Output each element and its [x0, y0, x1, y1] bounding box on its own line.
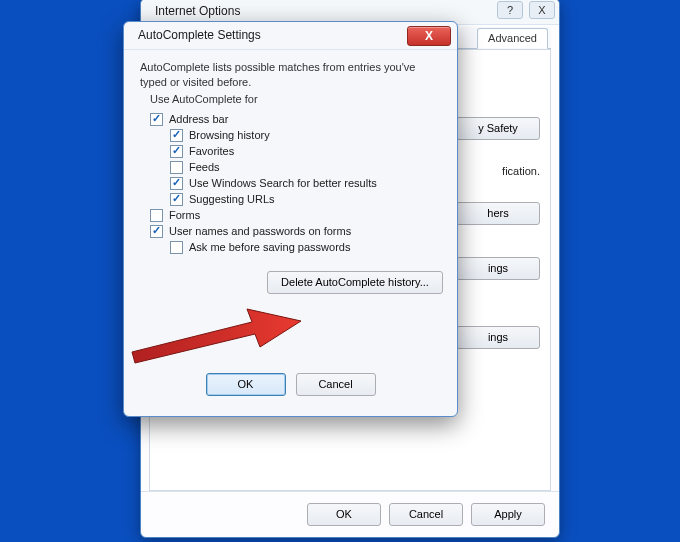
modal-cancel-button[interactable]: Cancel [296, 373, 376, 396]
checkbox-ask-before-saving[interactable]: Ask me before saving passwords [170, 241, 445, 254]
checkbox-icon [170, 145, 183, 158]
parent-cancel-button[interactable]: Cancel [389, 503, 463, 526]
parent-footer: OK Cancel Apply [141, 491, 559, 537]
checkbox-label: Address bar [169, 113, 228, 125]
checkbox-icon [170, 241, 183, 254]
checkbox-browsing-history[interactable]: Browsing history [170, 129, 445, 142]
settings-button-1[interactable]: ings [456, 257, 540, 280]
checkbox-label: Feeds [189, 161, 220, 173]
delete-autocomplete-history-button[interactable]: Delete AutoComplete history... [267, 271, 443, 294]
modal-title: AutoComplete Settings [138, 28, 261, 42]
modal-title-bar: AutoComplete Settings X [124, 22, 457, 50]
checkbox-label: Forms [169, 209, 200, 221]
checkbox-icon [150, 225, 163, 238]
tab-advanced[interactable]: Advanced [477, 28, 548, 49]
info-text: fication. [502, 165, 540, 177]
checkbox-icon [150, 113, 163, 126]
checkbox-icon [170, 129, 183, 142]
parent-window-title: Internet Options [155, 4, 240, 18]
parent-ok-button[interactable]: OK [307, 503, 381, 526]
checkbox-icon [170, 177, 183, 190]
autocomplete-settings-dialog: AutoComplete Settings X AutoComplete lis… [123, 21, 458, 417]
checkbox-address-bar[interactable]: Address bar [150, 113, 445, 126]
modal-ok-button[interactable]: OK [206, 373, 286, 396]
checkbox-label: Browsing history [189, 129, 270, 141]
checkbox-icon [170, 161, 183, 174]
checkbox-suggesting-urls[interactable]: Suggesting URLs [170, 193, 445, 206]
checkbox-icon [170, 193, 183, 206]
modal-subheader: Use AutoComplete for [150, 93, 445, 105]
safety-button[interactable]: y Safety [456, 117, 540, 140]
checkbox-user-passwords[interactable]: User names and passwords on forms [150, 225, 445, 238]
modal-footer: OK Cancel [136, 362, 445, 406]
modal-close-button[interactable]: X [407, 26, 451, 46]
checkbox-icon [150, 209, 163, 222]
checkbox-label: Suggesting URLs [189, 193, 275, 205]
modal-description: AutoComplete lists possible matches from… [140, 60, 445, 91]
checkbox-label: Use Windows Search for better results [189, 177, 377, 189]
settings-button-2[interactable]: ings [456, 326, 540, 349]
checkbox-favorites[interactable]: Favorites [170, 145, 445, 158]
parent-close-button[interactable]: X [529, 1, 555, 19]
parent-apply-button[interactable]: Apply [471, 503, 545, 526]
checkbox-feeds[interactable]: Feeds [170, 161, 445, 174]
checkbox-forms[interactable]: Forms [150, 209, 445, 222]
help-button[interactable]: ? [497, 1, 523, 19]
checkbox-label: Ask me before saving passwords [189, 241, 350, 253]
others-button[interactable]: hers [456, 202, 540, 225]
modal-body: AutoComplete lists possible matches from… [136, 54, 445, 406]
checkbox-windows-search[interactable]: Use Windows Search for better results [170, 177, 445, 190]
parent-window-buttons: ? X [497, 1, 555, 19]
checkbox-label: Favorites [189, 145, 234, 157]
close-icon: X [425, 29, 433, 43]
checkbox-label: User names and passwords on forms [169, 225, 351, 237]
